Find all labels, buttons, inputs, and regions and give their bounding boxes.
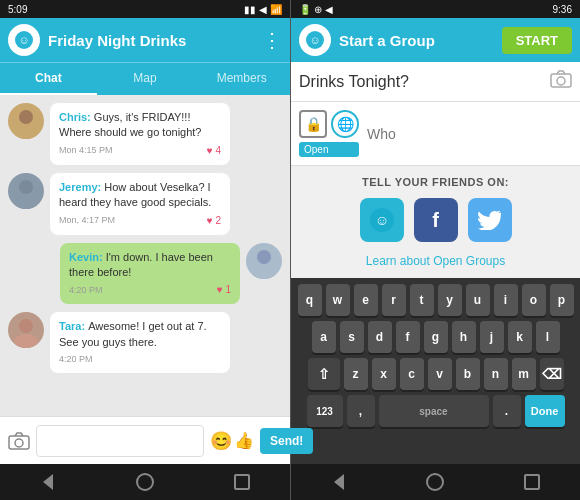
table-row: Tara: Awesome! I get out at 7. See you g… bbox=[8, 312, 282, 372]
svg-point-4 bbox=[19, 180, 33, 194]
key-k[interactable]: k bbox=[508, 321, 532, 353]
keyboard-row-3: ⇧ z x c v b n m ⌫ bbox=[295, 358, 576, 390]
who-input[interactable] bbox=[367, 126, 572, 142]
key-t[interactable]: t bbox=[410, 284, 434, 316]
globe-icon[interactable]: 🌐 bbox=[331, 110, 359, 138]
key-n[interactable]: n bbox=[484, 358, 508, 390]
chat-area: Chris: Guys, it's FRIDAY!!! Where should… bbox=[0, 95, 290, 416]
svg-point-3 bbox=[14, 125, 38, 139]
message-bubble: Tara: Awesome! I get out at 7. See you g… bbox=[50, 312, 230, 372]
message-input[interactable] bbox=[36, 425, 204, 457]
more-menu-button[interactable]: ⋮ bbox=[262, 28, 282, 52]
back-button[interactable] bbox=[43, 474, 53, 490]
avatar bbox=[8, 312, 44, 348]
who-row: 🔒 🌐 Open bbox=[291, 102, 580, 166]
key-a[interactable]: a bbox=[312, 321, 336, 353]
key-q[interactable]: q bbox=[298, 284, 322, 316]
group-name-input[interactable] bbox=[299, 73, 542, 91]
start-group-row: ☺ Start a Group bbox=[299, 24, 435, 56]
svg-point-8 bbox=[19, 319, 33, 333]
key-y[interactable]: y bbox=[438, 284, 462, 316]
key-comma[interactable]: , bbox=[347, 395, 375, 427]
key-g[interactable]: g bbox=[424, 321, 448, 353]
key-p[interactable]: p bbox=[550, 284, 574, 316]
key-period[interactable]: . bbox=[493, 395, 521, 427]
home-button-right[interactable] bbox=[426, 473, 444, 491]
key-e[interactable]: e bbox=[354, 284, 378, 316]
message-time: 4:20 PM bbox=[69, 284, 103, 297]
time-left: 5:09 bbox=[8, 4, 27, 15]
message-meta: Mon 4:15 PM ♥ 4 bbox=[59, 144, 221, 158]
start-button[interactable]: START bbox=[502, 27, 572, 54]
visibility-selector: 🔒 🌐 Open bbox=[299, 110, 359, 157]
groupme-share-button[interactable]: ☺ bbox=[360, 198, 404, 242]
tab-map[interactable]: Map bbox=[97, 63, 194, 95]
app-logo-left: ☺ bbox=[8, 24, 40, 56]
key-j[interactable]: j bbox=[480, 321, 504, 353]
keyboard: q w e r t y u i o p a s d f g h j k l ⇧ … bbox=[291, 278, 580, 464]
table-row: Chris: Guys, it's FRIDAY!!! Where should… bbox=[8, 103, 282, 165]
facebook-icon: f bbox=[432, 209, 439, 232]
key-m[interactable]: m bbox=[512, 358, 536, 390]
svg-text:☺: ☺ bbox=[309, 34, 320, 46]
key-c[interactable]: c bbox=[400, 358, 424, 390]
message-bubble: Chris: Guys, it's FRIDAY!!! Where should… bbox=[50, 103, 230, 165]
message-time: 4:20 PM bbox=[59, 353, 93, 366]
message-meta: 4:20 PM bbox=[59, 353, 221, 366]
key-h[interactable]: h bbox=[452, 321, 476, 353]
twitter-share-button[interactable] bbox=[468, 198, 512, 242]
emoji-smiley[interactable]: 😊 bbox=[210, 430, 232, 452]
groupme-social-icon: ☺ bbox=[369, 207, 395, 233]
key-l[interactable]: l bbox=[536, 321, 560, 353]
key-done[interactable]: Done bbox=[525, 395, 565, 427]
twitter-icon bbox=[478, 210, 502, 230]
key-backspace[interactable]: ⌫ bbox=[540, 358, 564, 390]
status-icons-right: 🔋 ⊕ ◀ bbox=[299, 4, 333, 15]
recents-button[interactable] bbox=[234, 474, 250, 490]
back-button-right[interactable] bbox=[334, 474, 344, 490]
svg-point-7 bbox=[252, 265, 276, 279]
key-f[interactable]: f bbox=[396, 321, 420, 353]
home-button[interactable] bbox=[136, 473, 154, 491]
open-groups-link[interactable]: Learn about Open Groups bbox=[303, 250, 568, 272]
message-bubble: Kevin: I'm down. I have been there befor… bbox=[60, 243, 240, 305]
keyboard-row-1: q w e r t y u i o p bbox=[295, 284, 576, 316]
key-b[interactable]: b bbox=[456, 358, 480, 390]
key-v[interactable]: v bbox=[428, 358, 452, 390]
svg-point-6 bbox=[257, 250, 271, 264]
key-w[interactable]: w bbox=[326, 284, 350, 316]
key-d[interactable]: d bbox=[368, 321, 392, 353]
key-i[interactable]: i bbox=[494, 284, 518, 316]
key-z[interactable]: z bbox=[344, 358, 368, 390]
start-group-title: Start a Group bbox=[339, 32, 435, 49]
recents-button-right[interactable] bbox=[524, 474, 540, 490]
key-numbers[interactable]: 123 bbox=[307, 395, 343, 427]
camera-icon bbox=[8, 432, 30, 450]
chat-title: Friday Night Drinks bbox=[48, 32, 262, 49]
lock-icon[interactable]: 🔒 bbox=[299, 110, 327, 138]
sender-name: Kevin: bbox=[69, 251, 106, 263]
key-o[interactable]: o bbox=[522, 284, 546, 316]
key-s[interactable]: s bbox=[340, 321, 364, 353]
table-row: Kevin: I'm down. I have been there befor… bbox=[8, 243, 282, 305]
sender-name: Chris: bbox=[59, 111, 94, 123]
like-count: ♥ 1 bbox=[217, 283, 231, 297]
groupme-icon-right: ☺ bbox=[305, 30, 325, 50]
send-button[interactable]: Send! bbox=[260, 428, 313, 454]
tab-chat[interactable]: Chat bbox=[0, 63, 97, 95]
avatar bbox=[8, 173, 44, 209]
left-panel: 5:09 ▮▮ ◀ 📶 ☺ Friday Night Drinks ⋮ Chat… bbox=[0, 0, 290, 500]
key-x[interactable]: x bbox=[372, 358, 396, 390]
camera-button[interactable] bbox=[8, 427, 30, 455]
tab-members[interactable]: Members bbox=[193, 63, 290, 95]
facebook-share-button[interactable]: f bbox=[414, 198, 458, 242]
photo-button[interactable] bbox=[550, 70, 572, 93]
key-shift[interactable]: ⇧ bbox=[308, 358, 340, 390]
status-bar-left: 5:09 ▮▮ ◀ 📶 bbox=[0, 0, 290, 18]
key-space[interactable]: space bbox=[379, 395, 489, 427]
group-name-form bbox=[291, 62, 580, 102]
key-r[interactable]: r bbox=[382, 284, 406, 316]
social-icons-row: ☺ f bbox=[303, 198, 568, 242]
emoji-thumbsup[interactable]: 👍 bbox=[234, 431, 254, 450]
key-u[interactable]: u bbox=[466, 284, 490, 316]
